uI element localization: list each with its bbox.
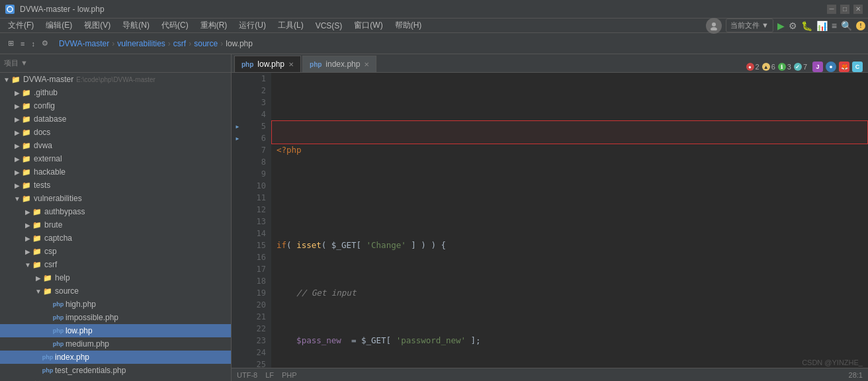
menu-navigate[interactable]: 导航(N) <box>117 19 155 32</box>
build-button[interactable]: ⚙ <box>789 21 797 31</box>
line-num-20: 20 <box>243 299 266 311</box>
error-dot: ● <box>746 63 754 71</box>
breadcrumb-root[interactable]: DVWA-master <box>59 39 109 48</box>
sidebar-item-testcredentials[interactable]: ▶ php test_credentials.php <box>0 364 231 377</box>
current-file-btn[interactable]: 当前文件 ▼ <box>726 19 773 32</box>
menu-tools[interactable]: 工具(L) <box>273 19 309 32</box>
github-folder-icon: 📁 <box>21 88 32 97</box>
gutter-10 <box>232 180 243 192</box>
sidebar-item-brute[interactable]: ▶ 📁 brute <box>0 218 231 232</box>
line-num-16: 16 <box>243 251 266 263</box>
gutter-12 <box>232 204 243 216</box>
tab-lowphp-icon: php <box>241 61 253 68</box>
editor-content[interactable]: ▶ ▶ <box>232 73 868 368</box>
breadcrumb-vulnerabilities[interactable]: vulnerabilities <box>117 39 165 48</box>
sidebar-toolbar: ⊞ ≡ ↕ ⚙ <box>5 38 51 49</box>
line-num-13: 13 <box>243 216 266 228</box>
run-button[interactable]: ▶ <box>777 21 785 31</box>
project-label: 项目 ▼ <box>4 58 28 68</box>
sidebar-item-mediumphp[interactable]: ▶ php medium.php <box>0 337 231 351</box>
sidebar-item-csrf[interactable]: ▼ 📁 csrf <box>0 258 231 271</box>
captcha-folder-icon: 📁 <box>32 233 42 243</box>
gutter-21 <box>232 311 243 323</box>
breadcrumb-source[interactable]: source <box>194 39 218 48</box>
sidebar-item-authbypass[interactable]: ▶ 📁 authbypass <box>0 205 231 218</box>
test-cred-php-icon: php <box>42 366 53 375</box>
menu-window[interactable]: 窗口(W) <box>349 19 388 32</box>
vulnerabilities-label: vulnerabilities <box>34 194 82 203</box>
debug-button[interactable]: 🐛 <box>801 21 812 31</box>
tab-bar: php low.php ✕ php index.php ✕ ● 2 ▲ 6 <box>232 54 868 73</box>
sidebar-item-source[interactable]: ▼ 📁 source <box>0 284 231 298</box>
menu-help[interactable]: 帮助(H) <box>390 19 427 32</box>
sidebar-item-captcha[interactable]: ▶ 📁 captcha <box>0 232 231 245</box>
warning-count: ▲ 6 <box>762 63 775 71</box>
menu-file[interactable]: 文件(F) <box>3 19 39 32</box>
code-area[interactable]: <?php if( isset( $_GET[ 'Change' ] ) ) {… <box>271 73 868 368</box>
sidebar-item-highphp[interactable]: ▶ php high.php <box>0 298 231 311</box>
sidebar-item-database[interactable]: ▶ 📁 database <box>0 112 231 126</box>
menu-refactor[interactable]: 重构(R) <box>195 19 233 32</box>
sidebar-item-vulnerabilities[interactable]: ▼ 📁 vulnerabilities <box>0 192 231 205</box>
minimize-button[interactable]: ─ <box>827 5 836 14</box>
tree-root[interactable]: ▼ 📁 DVWA-master E:\code\php\DVWA-master <box>0 73 231 86</box>
profile-button[interactable]: 📊 <box>816 21 828 31</box>
code-line-1: <?php <box>277 144 868 156</box>
sidebar-item-dvwa[interactable]: ▶ 📁 dvwa <box>0 139 231 152</box>
gutter-9 <box>232 168 243 180</box>
sidebar-item-hackable[interactable]: ▶ 📁 hackable <box>0 165 231 179</box>
close-button[interactable]: ✕ <box>853 5 863 14</box>
sort-button[interactable]: ↕ <box>28 38 38 49</box>
menu-edit[interactable]: 编辑(E) <box>40 19 77 32</box>
sidebar-item-lowphp[interactable]: ▶ php low.php <box>0 324 231 337</box>
menu-view[interactable]: 视图(V) <box>79 19 116 32</box>
user-avatar[interactable] <box>706 18 722 34</box>
gutter-14 <box>232 228 243 239</box>
sidebar-item-csp[interactable]: ▶ 📁 csp <box>0 245 231 258</box>
menu-vcs[interactable]: VCS(S) <box>310 20 348 32</box>
source-folder-icon: 📁 <box>42 286 53 296</box>
maximize-button[interactable]: □ <box>840 5 849 14</box>
settings-button[interactable]: ⚙ <box>39 38 51 49</box>
menu-code[interactable]: 代码(C) <box>156 19 194 32</box>
gutter-2 <box>232 85 243 97</box>
title-bar-left: DVWA-master - low.php <box>5 5 105 14</box>
external-label: external <box>34 154 62 163</box>
sidebar-item-external[interactable]: ▶ 📁 external <box>0 152 231 165</box>
collapse-all-button[interactable]: ≡ <box>18 38 27 49</box>
help-folder-icon: 📁 <box>42 273 53 282</box>
breadcrumb-csrf[interactable]: csrf <box>173 39 186 48</box>
tab-indexphp[interactable]: php index.php ✕ <box>302 56 376 72</box>
gutter-4 <box>232 108 243 120</box>
plugin-icon-1: J <box>812 62 823 72</box>
line-num-8: 8 <box>243 156 266 168</box>
tab-lowphp-close[interactable]: ✕ <box>288 61 294 68</box>
sidebar-item-impossiblephp[interactable]: ▶ php impossible.php <box>0 311 231 324</box>
brute-label: brute <box>44 220 62 230</box>
more-button[interactable]: ≡ <box>832 21 837 31</box>
gutter-7 <box>232 144 243 156</box>
low-php-icon: php <box>53 326 64 335</box>
csrf-folder-icon: 📁 <box>32 260 42 269</box>
sidebar-item-tests[interactable]: ▶ 📁 tests <box>0 179 231 192</box>
sidebar-item-github[interactable]: ▶ 📁 .github <box>0 86 231 99</box>
line-num-24: 24 <box>243 347 266 359</box>
expand-all-button[interactable]: ⊞ <box>5 38 17 49</box>
line-numbers: 1 2 3 4 5 6 7 8 9 10 11 12 13 14 15 16 1… <box>243 73 271 368</box>
sidebar-item-help[interactable]: ▶ 📁 help <box>0 271 231 284</box>
impossible-php-icon: php <box>53 313 64 322</box>
sidebar-item-config[interactable]: ▶ 📁 config <box>0 99 231 112</box>
code-line-2 <box>277 192 868 204</box>
tab-lowphp[interactable]: php low.php ✕ <box>234 56 301 72</box>
tests-label: tests <box>34 181 50 190</box>
sidebar-item-docs[interactable]: ▶ 📁 docs <box>0 126 231 139</box>
external-folder-icon: 📁 <box>21 154 32 163</box>
tab-indexphp-close[interactable]: ✕ <box>364 61 369 68</box>
editor-panel: php low.php ✕ php index.php ✕ ● 2 ▲ 6 <box>232 54 868 381</box>
status-bar: UTF-8 LF PHP 28:1 <box>232 368 868 381</box>
sidebar-item-indexphp[interactable]: ▶ php index.php <box>0 351 231 364</box>
github-label: .github <box>34 88 58 97</box>
menu-run[interactable]: 运行(U) <box>234 19 271 32</box>
search-button[interactable]: 🔍 <box>841 21 852 31</box>
sidebar-item-exec[interactable]: ▶ 📁 exec <box>0 377 231 381</box>
